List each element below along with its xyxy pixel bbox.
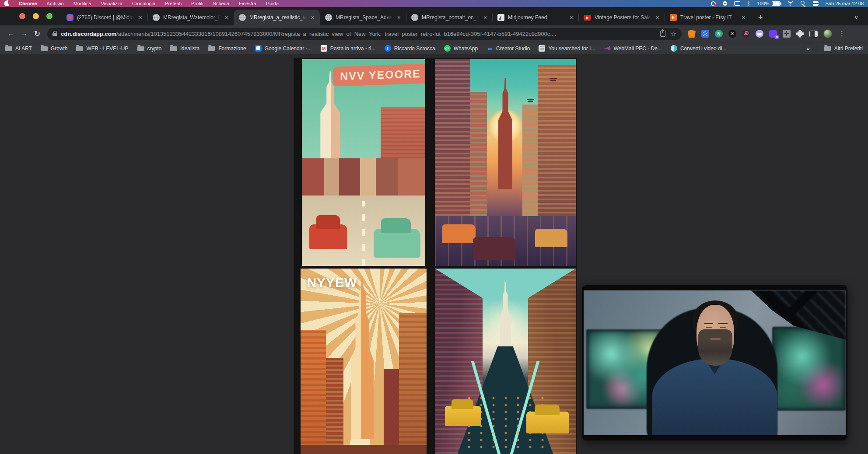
poster-new-york-retro-4 — [435, 269, 576, 454]
extensions-area: N ✕ 5 ⋮ — [688, 29, 845, 38]
tab-etsy[interactable]: E Travel poster - Etsy IT × — [665, 10, 751, 25]
tab-midjourney-feed[interactable]: Midjourney Feed × — [492, 10, 578, 25]
background-monitor-right — [772, 327, 846, 411]
extensions-puzzle-icon[interactable] — [796, 30, 804, 38]
address-bar[interactable]: cdn.discordapp.com/attachments/101351233… — [47, 28, 682, 40]
password-key-extension-icon[interactable] — [742, 30, 750, 38]
bookmark-folder-formazione[interactable]: Formazione — [208, 45, 246, 52]
back-button[interactable]: ← — [4, 29, 18, 38]
minimize-window-button[interactable] — [33, 13, 39, 19]
menu-profili[interactable]: Profili — [191, 1, 203, 6]
poster3-base — [301, 445, 427, 454]
tab-close-icon[interactable]: × — [310, 14, 315, 21]
midjourney-grid-image[interactable]: NVV YEOORE — [294, 58, 577, 454]
bookmark-webmail-pec[interactable]: WebMail PEC - De... — [604, 45, 662, 52]
poster1-teal-car — [374, 229, 420, 258]
bookmark-folder-altri-preferiti[interactable]: Altri Preferiti — [824, 45, 863, 52]
bookmark-converti-video[interactable]: Converti i video di... — [671, 45, 726, 52]
tab-watercolor[interactable]: MRregista_Watercolor_Pa × — [147, 10, 234, 25]
poster2-helicopter — [528, 101, 533, 102]
creator-studio-icon: ∞ — [486, 45, 493, 52]
wifi-icon[interactable] — [788, 1, 794, 6]
profile-avatar[interactable] — [823, 29, 832, 38]
bookmark-folder-web-level-up[interactable]: WEB - LEVEL-UP — [76, 45, 128, 52]
bluetooth-icon[interactable]: ᛒ — [747, 1, 750, 6]
tab-portrait[interactable]: MRregista_portrait_on_a_ × — [406, 10, 492, 25]
menu-scheda[interactable]: Scheda — [213, 1, 229, 6]
tab-search-chevron-icon[interactable]: ∨ — [854, 14, 858, 21]
menubar-clock[interactable]: Sab 25 mar 12:08 — [826, 1, 864, 6]
grid-extension-icon[interactable] — [783, 30, 791, 38]
tab-discord[interactable]: (2765) Discord | @Midjou × — [61, 10, 147, 25]
bookmarks-right-group: » Altri Preferiti — [806, 45, 863, 52]
wave-extension-icon[interactable] — [701, 30, 709, 38]
menubar-app-name[interactable]: Chrome — [19, 1, 37, 6]
menu-guida[interactable]: Guida — [266, 1, 279, 6]
https-lock-icon[interactable] — [52, 33, 57, 36]
share-icon[interactable] — [660, 31, 665, 37]
folder-icon — [41, 46, 48, 51]
close-window-button[interactable] — [19, 13, 25, 19]
youtube-favicon-icon — [584, 15, 591, 21]
bookmark-star-icon[interactable]: ☆ — [670, 30, 676, 38]
status-ring-icon[interactable] — [723, 1, 727, 6]
tab-close-icon[interactable]: × — [138, 14, 143, 21]
side-panel-icon[interactable] — [809, 31, 818, 37]
battery-status[interactable]: 100% — [757, 1, 780, 6]
spotlight-search-icon[interactable] — [801, 1, 806, 6]
tab-close-icon[interactable]: × — [655, 14, 660, 21]
screen-record-icon[interactable] — [711, 1, 716, 6]
tab-space-adventure[interactable]: MRregista_Space_Advent × — [320, 10, 406, 25]
facebook-icon: f — [385, 45, 391, 52]
new-tab-button[interactable]: + — [754, 11, 766, 24]
display-icon[interactable] — [734, 1, 740, 6]
menu-preferiti[interactable]: Preferiti — [165, 1, 182, 6]
url-domain: cdn.discordapp.com — [61, 31, 116, 37]
globe-favicon-icon — [153, 14, 160, 21]
tab-close-icon[interactable]: × — [224, 14, 229, 21]
bookmark-google-calendar[interactable]: Google Calendar -... — [255, 45, 312, 52]
presenter-beard — [698, 329, 732, 366]
presenter-eye — [720, 327, 725, 328]
n-logo-extension-icon[interactable]: N — [715, 30, 723, 38]
tab-vintage-posters[interactable]: Vintage Posters for Sale | × — [578, 10, 665, 25]
bookmark-folder-growth[interactable]: Growth — [41, 45, 68, 52]
zoom-window-button[interactable] — [46, 13, 52, 19]
bookmark-folder-idealista[interactable]: idealista — [170, 45, 200, 52]
bookmark-gmail[interactable]: MPosta in arrivo - ri... — [321, 45, 376, 52]
reload-button[interactable]: ↻ — [31, 29, 44, 38]
bookmark-creator-studio[interactable]: ∞Creator Studio — [486, 45, 530, 52]
tab-close-icon[interactable]: × — [396, 14, 402, 21]
metamask-extension-icon[interactable] — [688, 30, 696, 38]
control-center-icon[interactable] — [813, 1, 819, 6]
apple-icon[interactable] — [4, 1, 9, 6]
chrome-menu-icon[interactable]: ⋮ — [839, 30, 845, 38]
bookmark-you-searched[interactable]: You searched for I... — [539, 45, 595, 52]
bookmark-folder-crypto[interactable]: crypto — [137, 45, 162, 52]
menu-cronologia[interactable]: Cronologia — [132, 1, 155, 6]
window-controls — [19, 13, 52, 19]
menu-finestra[interactable]: Finestra — [239, 1, 256, 6]
tab-close-icon[interactable]: × — [569, 14, 574, 21]
globe-favicon-icon — [239, 14, 246, 21]
tab-close-icon[interactable]: × — [483, 14, 488, 21]
folder-icon — [137, 46, 144, 51]
poster4-yellow-taxi — [445, 406, 482, 426]
menu-visualizza[interactable]: Visualizza — [101, 1, 122, 6]
forward-button[interactable]: → — [18, 29, 31, 38]
menu-archivio[interactable]: Archivio — [47, 1, 64, 6]
etsy-favicon-icon: E — [670, 14, 677, 21]
poster1-red-car — [309, 224, 347, 249]
bookmark-whatsapp[interactable]: WhatsApp — [444, 45, 478, 52]
menu-modifica[interactable]: Modifica — [74, 1, 91, 6]
badged-extension-icon[interactable]: 5 — [769, 30, 777, 38]
x-circle-extension-icon[interactable]: ✕ — [728, 30, 736, 38]
poster4-yellow-taxi — [526, 412, 569, 434]
bookmark-facebook[interactable]: fRiccardo Scrocca — [385, 45, 435, 52]
bookmarks-overflow-chevron[interactable]: » — [806, 45, 809, 52]
cloud-extension-icon[interactable] — [756, 30, 763, 38]
tab-close-icon[interactable]: × — [741, 14, 746, 21]
poster3-buildings-right2 — [384, 369, 399, 454]
bookmark-folder-ai-art[interactable]: AI ART — [5, 45, 32, 52]
tab-realistic-view-active[interactable]: MRregista_a_realistic_vie × — [234, 10, 320, 25]
